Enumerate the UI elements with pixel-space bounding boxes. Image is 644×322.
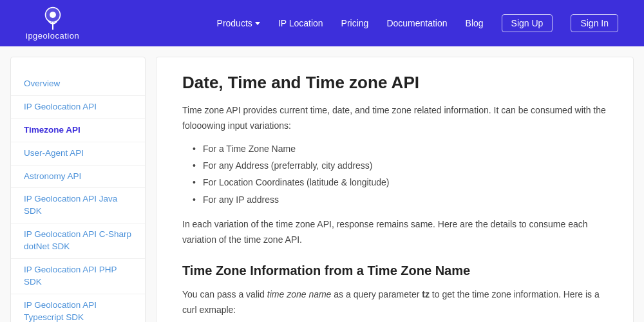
section-em: time zone name xyxy=(267,289,332,299)
sidebar-item-user-agent-api[interactable]: User-Agent API xyxy=(11,142,145,166)
nav-blog[interactable]: Blog xyxy=(466,18,484,28)
nav-documentation[interactable]: Documentation xyxy=(386,18,447,28)
header: ipgeolocation Products IP Location Prici… xyxy=(0,0,644,46)
sidebar-item-typescript-sdk[interactable]: IP Geolocation API Typescript SDK xyxy=(11,294,145,322)
logo-text: ipgeolocation xyxy=(26,31,79,41)
sidebar-item-astronomy-api[interactable]: Astronomy API xyxy=(11,166,145,189)
chevron-down-icon xyxy=(255,22,260,25)
sidebar-item-timezone-api[interactable]: Timezone API xyxy=(11,119,145,142)
svg-point-1 xyxy=(50,12,56,18)
section-strong: tz xyxy=(422,289,430,299)
page-body: Overview IP Geolocation API Timezone API… xyxy=(0,46,644,322)
body-paragraph: In each variation of the time zone API, … xyxy=(182,217,607,248)
sidebar: Overview IP Geolocation API Timezone API… xyxy=(10,57,146,322)
nav-ip-location[interactable]: IP Location xyxy=(278,18,323,28)
list-item: For Location Coordinates (latitude & lon… xyxy=(193,175,607,189)
section-para-before-em: You can pass a valid xyxy=(182,289,267,299)
intro-paragraph: Time zone API provides current time, dat… xyxy=(182,103,607,134)
main-nav: Products IP Location Pricing Documentati… xyxy=(217,14,618,32)
section-paragraph: You can pass a valid time zone name as a… xyxy=(182,287,607,318)
nav-signup[interactable]: Sign Up xyxy=(502,14,553,32)
sidebar-item-ip-geolocation-api[interactable]: IP Geolocation API xyxy=(11,96,145,119)
section-title: Time Zone Information from a Time Zone N… xyxy=(182,263,607,278)
nav-products[interactable]: Products xyxy=(217,18,260,28)
page-title: Date, Time and Time zone API xyxy=(182,73,607,93)
nav-pricing[interactable]: Pricing xyxy=(341,18,369,28)
main-content: Date, Time and Time zone API Time zone A… xyxy=(156,57,634,322)
sidebar-item-php-sdk[interactable]: IP Geolocation API PHP SDK xyxy=(11,259,145,294)
list-item: For any Address (preferrably, city addre… xyxy=(193,158,607,173)
list-item: For any IP address xyxy=(193,193,607,207)
section-para-after-em: as a query parameter xyxy=(331,289,422,299)
sidebar-item-csharp-sdk[interactable]: IP Geolocation API C-Sharp dotNet SDK xyxy=(11,223,145,259)
nav-signin[interactable]: Sign In xyxy=(571,14,618,32)
feature-list: For a Time Zone Name For any Address (pr… xyxy=(193,142,607,207)
logo[interactable]: ipgeolocation xyxy=(26,6,79,41)
logo-icon xyxy=(41,6,64,30)
sidebar-item-java-sdk[interactable]: IP Geolocation API Java SDK xyxy=(11,188,145,223)
list-item: For a Time Zone Name xyxy=(193,142,607,156)
sidebar-item-overview[interactable]: Overview xyxy=(11,73,145,96)
